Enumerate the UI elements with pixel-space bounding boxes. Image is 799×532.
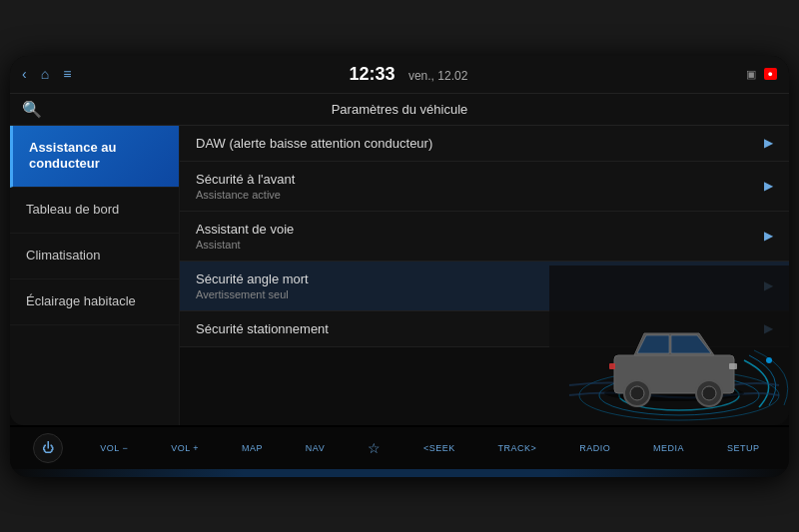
media-label: MEDIA <box>653 443 684 453</box>
seek-back-button[interactable]: <SEEK <box>417 439 461 457</box>
vol-plus-label: VOL + <box>171 443 199 453</box>
radio-label: RADIO <box>579 443 610 453</box>
svg-point-9 <box>702 386 716 400</box>
page-title: Paramètres du véhicule <box>42 102 757 117</box>
arrow-icon-1: ▶ <box>764 179 773 193</box>
nav-label: NAV <box>306 443 325 453</box>
sidebar-item-assistance[interactable]: Assistance au conducteur <box>10 126 179 189</box>
car-illustration <box>549 266 789 425</box>
power-button[interactable]: ⏻ <box>33 433 63 463</box>
menu-item-voie-subtitle: Assistant <box>196 239 754 251</box>
wifi-icon: ▣ <box>746 68 756 81</box>
track-forward-button[interactable]: TRACK> <box>492 439 543 457</box>
right-panel: DAW (alerte baisse attention conducteur)… <box>180 126 789 425</box>
svg-rect-11 <box>609 363 615 369</box>
search-icon[interactable]: 🔍 <box>22 100 42 119</box>
menu-item-daw-title: DAW (alerte baisse attention conducteur) <box>196 136 754 151</box>
media-button[interactable]: MEDIA <box>647 439 690 457</box>
vol-minus-button[interactable]: VOL − <box>94 439 134 457</box>
setup-label: SETUP <box>727 443 760 453</box>
menu-item-securite-avant[interactable]: Sécurité à l'avant Assistance active ▶ <box>180 162 789 212</box>
sidebar: Assistance au conducteur Tableau de bord… <box>10 126 180 425</box>
vol-minus-label: VOL − <box>100 443 128 453</box>
home-icon[interactable]: ⌂ <box>41 66 49 82</box>
top-bar: ‹ ⌂ ≡ 12:33 ven., 12.02 ▣ ● <box>10 56 789 94</box>
sidebar-item-tableau[interactable]: Tableau de bord <box>10 188 179 234</box>
menu-item-daw[interactable]: DAW (alerte baisse attention conducteur)… <box>180 126 789 162</box>
map-button[interactable]: MAP <box>236 439 269 457</box>
setup-button[interactable]: SETUP <box>721 439 766 457</box>
svg-point-7 <box>630 386 644 400</box>
menu-item-securite-avant-subtitle: Assistance active <box>196 189 754 201</box>
rec-badge: ● <box>764 68 777 80</box>
search-bar: 🔍 Paramètres du véhicule <box>10 94 789 126</box>
star-icon: ☆ <box>368 440 381 456</box>
radio-button[interactable]: RADIO <box>573 439 616 457</box>
map-label: MAP <box>242 443 263 453</box>
track-forward-label: TRACK> <box>498 443 537 453</box>
menu-icon[interactable]: ≡ <box>63 66 71 82</box>
clock: 12:33 <box>350 64 396 84</box>
fav-button[interactable]: ☆ <box>362 436 387 460</box>
arrow-icon-2: ▶ <box>764 229 773 243</box>
menu-item-securite-avant-title: Sécurité à l'avant <box>196 172 754 187</box>
sidebar-item-eclairage[interactable]: Éclairage habitacle <box>10 279 179 325</box>
svg-rect-10 <box>729 363 737 369</box>
arrow-icon-0: ▶ <box>764 136 773 150</box>
seek-back-label: <SEEK <box>423 443 455 453</box>
nav-button[interactable]: NAV <box>300 439 331 457</box>
vol-plus-button[interactable]: VOL + <box>165 439 205 457</box>
back-icon[interactable]: ‹ <box>22 66 27 82</box>
menu-item-voie-title: Assistant de voie <box>196 222 754 237</box>
menu-item-voie[interactable]: Assistant de voie Assistant ▶ <box>180 212 789 262</box>
controls-bar: ⏻ VOL − VOL + MAP NAV ☆ <SEEK TRACK> <box>10 425 789 469</box>
date: ven., 12.02 <box>408 69 467 83</box>
svg-point-12 <box>766 357 772 363</box>
sidebar-item-climatisation[interactable]: Climatisation <box>10 234 179 279</box>
